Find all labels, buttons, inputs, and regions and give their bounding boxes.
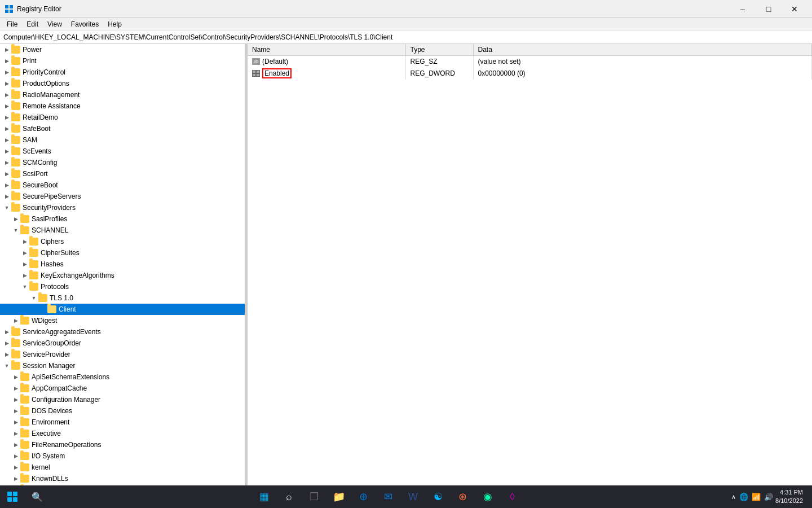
folder-icon [11,159,20,167]
minimize-button[interactable]: – [730,0,756,18]
tree-item-hashes[interactable]: Hashes [0,259,245,270]
expander-icon [11,384,20,393]
start-button[interactable] [0,485,25,508]
tree-item-securityproviders[interactable]: SecurityProviders [0,202,245,213]
system-clock[interactable]: 4:31 PM 8/10/2022 [775,488,803,506]
expander-icon [11,463,20,472]
folder-icon [11,57,20,65]
systray-icons: ∧ 🌐 📶 🔊 [731,493,773,501]
tree-item-scsiport[interactable]: ScsiPort [0,168,245,179]
taskbar-app-app3[interactable]: ◉ [476,485,499,508]
registry-row[interactable]: EnabledREG_DWORD0x00000000 (0) [248,67,812,80]
mail-icon: ✉ [384,491,392,503]
expander-icon [20,248,29,257]
taskbar-app-app4[interactable]: ◊ [501,485,524,508]
windows-logo [7,492,17,502]
tree-item-wdigest[interactable]: WDigest [0,315,245,326]
folder-icon [29,283,38,291]
tree-item-label: SecureBoot [23,181,58,189]
network-icon[interactable]: 🌐 [739,493,748,501]
tree-item-tls10[interactable]: TLS 1.0 [0,292,245,304]
menu-file[interactable]: File [2,18,22,30]
tree-item-print[interactable]: Print [0,55,245,67]
taskbar-app-app1[interactable]: ☯ [427,485,449,508]
tree-item-power[interactable]: Power [0,44,245,55]
tree-item-label: SecurityProviders [23,204,76,212]
tree-item-protocols[interactable]: Protocols [0,281,245,292]
tree-item-scevents[interactable]: ScEvents [0,146,245,157]
folder-icon [11,68,20,76]
chevron-up-icon[interactable]: ∧ [731,493,736,501]
tree-item-saslprofiles[interactable]: SaslProfiles [0,213,245,225]
tree-item-ciphersuites[interactable]: CipherSuites [0,247,245,259]
tree-item-remoteassistance[interactable]: Remote Assistance [0,100,245,112]
tree-item-label: KeyExchangeAlgorithms [41,271,114,279]
registry-row[interactable]: ab(Default)REG_SZ(value not set) [248,56,812,67]
tree-item-prioritycontrol[interactable]: PriorityControl [0,67,245,78]
tree-item-radiomanagement[interactable]: RadioManagement [0,89,245,100]
expander-icon [2,45,11,54]
taskbar-app-word[interactable]: W [402,485,425,508]
menu-help[interactable]: Help [103,18,126,30]
tree-item-productoptions[interactable]: ProductOptions [0,78,245,89]
menu-edit[interactable]: Edit [22,18,43,30]
expander-icon [20,271,29,280]
tree-item-label: ApiSetSchemaExtensions [32,373,109,381]
tree-item-client[interactable]: Client [0,304,245,315]
expander-icon [2,339,11,348]
menu-view[interactable]: View [43,18,67,30]
folder-icon [11,46,20,54]
tree-item-iosystem[interactable]: I/O System [0,450,245,462]
tree-item-keyexchangealgorithms[interactable]: KeyExchangeAlgorithms [0,270,245,281]
close-button[interactable]: ✕ [782,0,807,18]
tree-item-sessionmanager[interactable]: Session Manager [0,360,245,371]
taskbar-app-widgets[interactable]: ▦ [253,485,276,508]
tree-item-filerenameoperations[interactable]: FileRenameOperations [0,439,245,450]
tree-item-serviceaggregatedevents[interactable]: ServiceAggregatedEvents [0,326,245,338]
wifi-icon[interactable]: 📶 [752,493,761,501]
taskbar: 🔍 ▦⌕❐📁⊕✉W☯⊛◉◊ ∧ 🌐 📶 🔊 4:31 PM 8/10/2022 [0,485,812,508]
tree-item-configurationmanager[interactable]: Configuration Manager [0,394,245,405]
tree-item-appcompatchache[interactable]: AppCompatCache [0,383,245,394]
search-button[interactable]: 🔍 [25,485,50,508]
tree-item-label: ServiceGroupOrder [23,339,81,347]
taskbar-app-taskview[interactable]: ⌕ [278,485,301,508]
tree-item-knowndlls[interactable]: KnownDLLs [0,473,245,484]
tree-item-secureboot[interactable]: SecureBoot [0,179,245,191]
maximize-button[interactable]: □ [756,0,782,18]
menu-favorites[interactable]: Favorites [67,18,103,30]
taskbar-app-explorer[interactable]: 📁 [328,485,350,508]
tree-panel[interactable]: PowerPrintPriorityControlProductOptionsR… [0,44,245,485]
tree-item-safeboot[interactable]: SafeBoot [0,123,245,134]
expander-icon [11,440,20,449]
tree-item-sam[interactable]: SAM [0,134,245,146]
address-path[interactable]: Computer\HKEY_LOCAL_MACHINE\SYSTEM\Curre… [3,33,392,41]
tree-item-label: CipherSuites [41,249,80,257]
folder-icon [20,215,29,223]
tree-item-environment[interactable]: Environment [0,417,245,428]
folder-icon [29,260,38,268]
tree-item-kernel[interactable]: kernel [0,462,245,473]
volume-icon[interactable]: 🔊 [764,493,773,501]
tree-item-serviceprovider[interactable]: ServiceProvider [0,349,245,360]
tree-item-apisetschemaextensions[interactable]: ApiSetSchemaExtensions [0,371,245,383]
registry-data-cell: (value not set) [473,56,812,67]
svg-rect-5 [257,71,259,73]
taskbar-app-mail[interactable]: ✉ [377,485,400,508]
taskbar-app-edge[interactable]: ❐ [303,485,325,508]
folder-icon [11,80,20,87]
tree-item-retaildemo[interactable]: RetailDemo [0,112,245,123]
taskbar-app-store[interactable]: ⊕ [352,485,375,508]
tree-item-label: ServiceAggregatedEvents [23,328,101,336]
tree-item-scmconfig[interactable]: SCMConfig [0,157,245,168]
tree-item-ciphers[interactable]: Ciphers [0,236,245,247]
taskbar-app-app2[interactable]: ⊛ [452,485,474,508]
tree-item-schannel[interactable]: SCHANNEL [0,225,245,236]
svg-rect-4 [253,71,255,73]
tree-item-servicegrouporder[interactable]: ServiceGroupOrder [0,338,245,349]
search-icon: 🔍 [32,492,43,502]
tree-item-label: ProductOptions [23,80,69,87]
tree-item-executive[interactable]: Executive [0,428,245,439]
tree-item-securepipeservers[interactable]: SecurePipeServers [0,191,245,202]
tree-item-dosdevices[interactable]: DOS Devices [0,405,245,417]
